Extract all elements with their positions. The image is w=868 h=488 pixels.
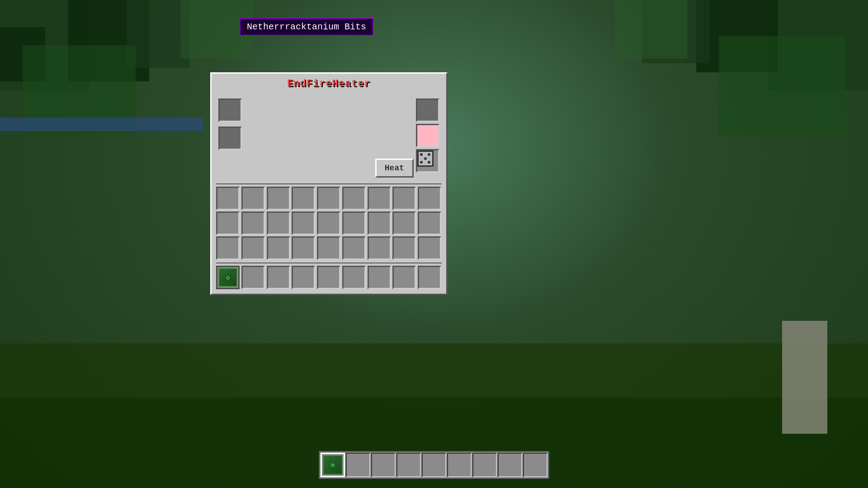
inv-slot-1-2[interactable] [267,211,290,235]
inv-slot-1-8[interactable] [418,211,441,235]
tooltip-text: Netherrracktanium Bits [247,22,366,32]
input-slot-1[interactable] [218,99,242,122]
inv-slot-1-0[interactable] [216,211,240,235]
dot [428,153,430,156]
inv-slot-2-2[interactable] [267,236,290,260]
inv-slot-1-3[interactable] [292,211,315,235]
hotbar-slot-5[interactable] [342,266,366,289]
inv-slot-2-5[interactable] [342,236,366,260]
inv-slot-2-1[interactable] [241,236,265,260]
output-slots [414,96,442,178]
dot [424,153,427,156]
hotbar-row: ⚙ [216,266,442,289]
center-space: Heat [244,96,414,178]
hotbar-slot-0[interactable]: ⚙ [216,266,240,289]
hotbar-slot-1[interactable] [241,266,265,289]
inv-slot-2-7[interactable] [392,236,416,260]
bottom-item-icon: ⚙ [323,455,343,475]
output-slot-pink[interactable] [416,124,439,147]
inv-slot-1-1[interactable] [241,211,265,235]
inv-slot-0-6[interactable] [368,187,391,210]
bottom-hotbar: ⚙ [319,451,549,479]
inv-slot-0-5[interactable] [342,187,366,210]
inv-slot-0-0[interactable] [216,187,240,210]
dot [420,157,423,160]
inv-slot-0-4[interactable] [317,187,340,210]
inv-slot-0-2[interactable] [267,187,290,210]
hotbar-slot-2[interactable] [267,266,290,289]
separator-2 [216,262,442,263]
dot [428,157,430,160]
dice-icon [417,150,434,167]
inv-slot-2-8[interactable] [418,236,441,260]
inv-slot-2-4[interactable] [317,236,340,260]
bottom-hotbar-slot-5[interactable] [447,453,472,477]
bottom-hotbar-slot-4[interactable] [422,453,446,477]
output-slot-top[interactable] [416,99,439,122]
dot [424,157,427,160]
inv-slot-1-4[interactable] [317,211,340,235]
separator [216,183,442,184]
input-slots [216,96,244,178]
bottom-hotbar-slot-0[interactable]: ⚙ [321,453,345,477]
hotbar-slot-3[interactable] [292,266,315,289]
hotbar-slot-8[interactable] [418,266,441,289]
window-title: EndFireHeater [216,78,442,89]
crafting-area: Heat [216,96,442,178]
inv-slot-2-3[interactable] [292,236,315,260]
item-tooltip: Netherrracktanium Bits [240,18,373,36]
hotbar-slot-7[interactable] [392,266,416,289]
hotbar-slot-4[interactable] [317,266,340,289]
bottom-hotbar-slot-8[interactable] [523,453,547,477]
bottom-hotbar-slot-1[interactable] [346,453,370,477]
inv-slot-1-6[interactable] [368,211,391,235]
dot [428,161,430,164]
inv-slot-0-1[interactable] [241,187,265,210]
inv-slot-2-0[interactable] [216,236,240,260]
dot [420,161,423,164]
heat-button[interactable]: Heat [375,159,414,178]
inv-slot-0-8[interactable] [418,187,441,210]
inv-slot-0-7[interactable] [392,187,416,210]
player-item-icon: ⚙ [218,268,237,287]
bottom-hotbar-slot-3[interactable] [396,453,421,477]
inventory-grid [216,187,442,260]
dot [420,153,423,156]
inv-slot-0-3[interactable] [292,187,315,210]
inv-slot-2-6[interactable] [368,236,391,260]
output-slot-dice[interactable] [416,149,439,173]
inv-slot-1-7[interactable] [392,211,416,235]
hotbar-slot-6[interactable] [368,266,391,289]
inv-slot-1-5[interactable] [342,211,366,235]
bottom-hotbar-slot-2[interactable] [371,453,396,477]
bottom-hotbar-slot-6[interactable] [472,453,497,477]
bottom-hotbar-slot-7[interactable] [498,453,522,477]
dot [424,161,427,164]
inventory-window: EndFireHeater Heat [210,72,448,295]
input-slot-2[interactable] [218,127,242,150]
